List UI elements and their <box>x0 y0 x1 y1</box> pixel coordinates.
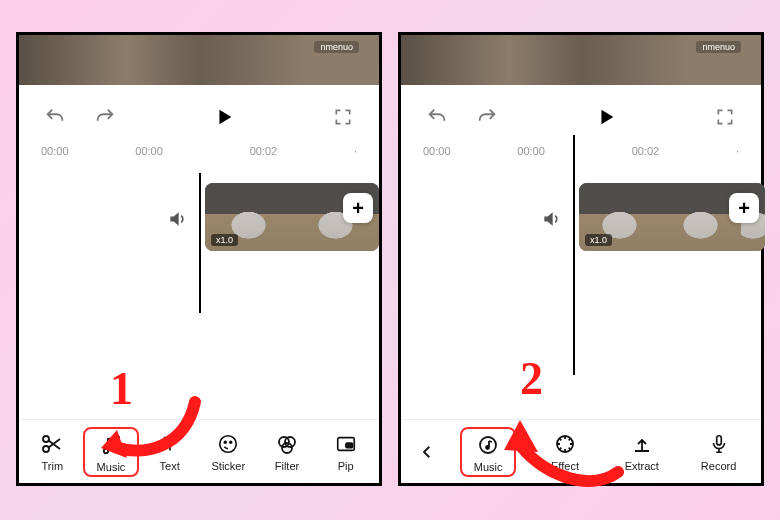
tool-music[interactable]: Music <box>460 427 516 477</box>
filter-icon <box>275 432 299 456</box>
effect-icon <box>553 432 577 456</box>
text-icon <box>159 432 181 456</box>
tool-label: Trim <box>42 460 64 472</box>
tool-pip[interactable]: Pip <box>318 432 374 472</box>
timecode-row: 00:00 00:00 00:02 · <box>401 141 761 163</box>
tool-music[interactable]: Music <box>83 427 139 477</box>
watermark-tag: nmenuo <box>696 41 741 53</box>
pip-icon <box>334 432 358 456</box>
timeline[interactable]: x1.0 + <box>19 173 379 313</box>
bottom-toolbar: Trim Music Text Sticker Filter <box>19 419 379 483</box>
tool-label: Sticker <box>211 460 245 472</box>
timecode-mid: 00:00 <box>135 145 163 157</box>
timecode-start: 00:00 <box>41 145 69 157</box>
playhead[interactable] <box>199 173 201 313</box>
redo-button[interactable] <box>91 103 119 131</box>
annotation-number-2: 2 <box>520 352 543 405</box>
svg-point-5 <box>225 441 227 443</box>
tool-sticker[interactable]: Sticker <box>200 432 256 472</box>
video-preview[interactable]: nmenuo <box>401 35 761 85</box>
svg-point-2 <box>104 448 108 452</box>
volume-icon[interactable] <box>541 209 561 233</box>
annotation-number-1: 1 <box>110 362 133 415</box>
svg-point-12 <box>480 437 496 453</box>
undo-button[interactable] <box>41 103 69 131</box>
watermark-tag: nmenuo <box>314 41 359 53</box>
panel-step-2: nmenuo 00:00 00:00 00:02 · x1.0 <box>398 32 764 486</box>
back-button[interactable] <box>415 440 439 464</box>
speed-badge: x1.0 <box>211 234 238 246</box>
timecode-start: 00:00 <box>423 145 451 157</box>
tool-effect[interactable]: Effect <box>537 432 593 472</box>
speed-badge: x1.0 <box>585 234 612 246</box>
timeline[interactable]: x1.0 + <box>401 173 761 313</box>
microphone-icon <box>708 432 730 456</box>
tool-text[interactable]: Text <box>142 432 198 472</box>
music-icon <box>99 433 123 457</box>
sticker-icon <box>217 432 239 456</box>
tool-record[interactable]: Record <box>691 432 747 472</box>
tool-label: Extract <box>625 460 659 472</box>
tool-extract[interactable]: Extract <box>614 432 670 472</box>
tool-label: Pip <box>338 460 354 472</box>
svg-rect-11 <box>346 443 352 448</box>
tool-label: Music <box>97 461 126 473</box>
svg-point-6 <box>230 441 232 443</box>
play-button[interactable] <box>592 103 620 131</box>
tool-label: Music <box>474 461 503 473</box>
tool-trim[interactable]: Trim <box>24 432 80 472</box>
extract-icon <box>630 432 654 456</box>
add-clip-button[interactable]: + <box>729 193 759 223</box>
svg-point-4 <box>220 435 237 452</box>
chevron-left-icon <box>418 440 436 464</box>
panel-step-1: nmenuo 00:00 00:00 00:02 · x1.0 <box>16 32 382 486</box>
svg-rect-15 <box>716 435 721 444</box>
fullscreen-button[interactable] <box>329 103 357 131</box>
svg-point-8 <box>285 437 295 447</box>
scissors-icon <box>40 432 64 456</box>
timecode-row: 00:00 00:00 00:02 · <box>19 141 379 163</box>
music-note-icon <box>476 433 500 457</box>
playback-controls <box>401 85 761 141</box>
svg-point-3 <box>115 446 119 450</box>
video-preview[interactable]: nmenuo <box>19 35 379 85</box>
timecode-end: 00:02 <box>250 145 278 157</box>
add-clip-button[interactable]: + <box>343 193 373 223</box>
tool-label: Effect <box>551 460 579 472</box>
tool-label: Text <box>160 460 180 472</box>
fullscreen-button[interactable] <box>711 103 739 131</box>
undo-button[interactable] <box>423 103 451 131</box>
timecode-mid: 00:00 <box>517 145 545 157</box>
tool-label: Filter <box>275 460 299 472</box>
volume-icon[interactable] <box>167 209 187 233</box>
svg-point-9 <box>282 443 292 453</box>
tool-label: Record <box>701 460 736 472</box>
tool-filter[interactable]: Filter <box>259 432 315 472</box>
svg-point-13 <box>486 446 489 449</box>
playback-controls <box>19 85 379 141</box>
bottom-toolbar: Music Effect Extract Record <box>401 419 761 483</box>
timecode-end: 00:02 <box>632 145 660 157</box>
play-button[interactable] <box>210 103 238 131</box>
redo-button[interactable] <box>473 103 501 131</box>
playhead[interactable] <box>573 135 575 375</box>
